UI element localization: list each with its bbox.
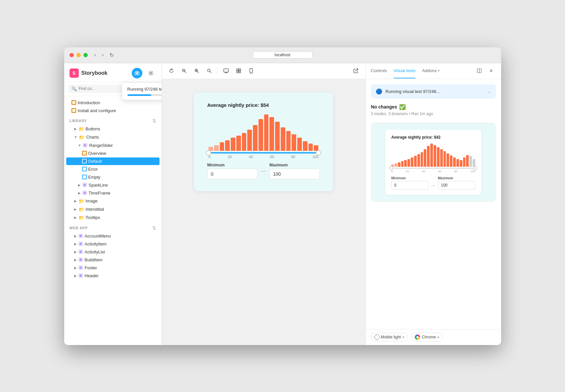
browser-label: Chrome xyxy=(422,335,436,339)
mini-bar-6 xyxy=(411,157,413,167)
storybook-logo-text: Storybook xyxy=(81,70,108,76)
sidebar-item-error[interactable]: Error xyxy=(66,165,160,173)
visual-tests-button[interactable] xyxy=(132,68,142,78)
sidebar-item-activityitem[interactable]: ▶ ⊞ ActivityItem xyxy=(66,240,160,248)
close-button[interactable] xyxy=(70,53,74,57)
mobile-view-button[interactable] xyxy=(246,65,257,76)
mini-maximum-group: Maximum xyxy=(438,176,475,190)
chevron-icon: ▶ xyxy=(74,207,77,211)
builditem-label: BuildItem xyxy=(85,257,103,262)
desktop-view-button[interactable] xyxy=(220,65,232,76)
titlebar: ‹ › ↻ localhost xyxy=(64,47,501,63)
zoom-in-button[interactable] xyxy=(191,65,202,76)
sidebar-item-charts[interactable]: ▼ 📁 Charts xyxy=(66,133,160,141)
main-content: S Storybook Running 97/248 tests... xyxy=(64,63,501,345)
no-changes-row: No changes ✅ xyxy=(371,104,496,110)
svg-rect-11 xyxy=(224,69,228,72)
sidebar-item-accountmenu[interactable]: ▶ ⊞ AccountMenu xyxy=(66,232,160,240)
tab-controls[interactable]: Controls xyxy=(371,64,387,78)
sort-icon[interactable]: ⇅ xyxy=(152,118,156,123)
sidebar-item-rangeslider[interactable]: ▼ ⊞ RangeSlider xyxy=(66,142,160,149)
zoom-in-icon xyxy=(194,68,199,73)
svg-point-0 xyxy=(136,72,138,74)
bar-4 xyxy=(231,138,235,151)
bar-10 xyxy=(264,114,269,151)
bar-14 xyxy=(286,131,291,151)
progress-bar xyxy=(127,94,162,96)
mode-label: Mobile light xyxy=(381,335,401,339)
sidebar-item-image[interactable]: ▶ 📁 Image xyxy=(66,197,160,205)
sidebar-item-install[interactable]: Install and configure xyxy=(66,107,160,114)
sidebar-item-empty[interactable]: Empty xyxy=(66,173,160,181)
panel-close-button[interactable]: ✕ xyxy=(487,66,496,75)
bar-18 xyxy=(308,144,313,151)
sidebar-item-default[interactable]: Default xyxy=(66,157,160,165)
browser-selector-button[interactable]: Chrome ▾ xyxy=(411,332,443,342)
svg-rect-15 xyxy=(239,69,241,70)
running-chevron: ⌄ xyxy=(487,89,491,94)
mini-handle-right[interactable] xyxy=(473,166,477,170)
sort-icon[interactable]: ⇅ xyxy=(152,226,156,231)
grid-button[interactable] xyxy=(233,65,244,76)
bars-container xyxy=(207,114,320,151)
external-link-button[interactable] xyxy=(350,65,361,76)
minimum-input[interactable] xyxy=(207,169,258,179)
sidebar-item-sparkline[interactable]: ▶ ⊞ SparkLine xyxy=(66,181,160,189)
maximize-button[interactable] xyxy=(83,53,88,57)
forward-button[interactable]: › xyxy=(101,51,105,59)
tooltips-label: Tooltips xyxy=(86,215,100,220)
range-handle-left[interactable] xyxy=(206,150,211,155)
sidebar-item-header[interactable]: ▶ ⊞ Header xyxy=(66,272,160,280)
mini-minimum-input[interactable] xyxy=(391,181,429,190)
sidebar-item-buttons[interactable]: ▶ 📁 Buttons xyxy=(66,125,160,133)
mini-bar-12 xyxy=(430,144,433,167)
mini-range-inputs: Minimum — Maximum xyxy=(391,176,475,190)
sidebar-item-footer[interactable]: ▶ ⊞ Footer xyxy=(66,264,160,272)
settings-icon xyxy=(148,70,154,76)
bar-8 xyxy=(253,125,258,151)
panel-layout-button[interactable] xyxy=(475,66,484,75)
chevron-icon: ▶ xyxy=(78,183,81,187)
webapp-section-label: WEB APP xyxy=(70,226,88,230)
tab-visual-tests[interactable]: Visual tests xyxy=(394,64,415,78)
back-button[interactable]: ‹ xyxy=(93,51,97,59)
url-bar[interactable]: localhost xyxy=(253,51,312,59)
sidebar-item-overview[interactable]: Overview xyxy=(66,150,160,157)
zoom-out-button[interactable] xyxy=(178,65,190,76)
mini-bar-18 xyxy=(450,155,452,167)
mini-dash: — xyxy=(431,183,435,188)
section-webapp: WEB APP ⇅ xyxy=(64,223,162,232)
sidebar-item-activitylist[interactable]: ▶ ⊞ ActivityList xyxy=(66,248,160,256)
mini-bar-15 xyxy=(440,149,443,167)
browser-chevron: ▾ xyxy=(438,335,439,339)
tab-addons[interactable]: Addons ▾ xyxy=(422,64,440,78)
default-label: Default xyxy=(88,159,102,164)
zoom-out-icon xyxy=(181,68,187,73)
zoom-reset-button[interactable] xyxy=(204,65,215,76)
reload-toolbar-button[interactable] xyxy=(166,65,177,76)
overview-label: Overview xyxy=(88,151,106,156)
mini-bar-13 xyxy=(434,145,436,167)
right-panel: Controls Visual tests Addons ▾ ✕ 🔵 Ru xyxy=(365,63,501,345)
mini-handle-left[interactable] xyxy=(389,166,393,170)
sidebar-item-timeframe[interactable]: ▶ ⊞ TimeFrame xyxy=(66,189,160,197)
mode-selector-button[interactable]: Mobile light ▾ xyxy=(371,333,408,341)
bar-16 xyxy=(297,138,302,151)
reload-button[interactable]: ↻ xyxy=(108,51,115,59)
range-track[interactable] xyxy=(209,152,318,153)
settings-button[interactable] xyxy=(146,68,156,78)
mini-maximum-input[interactable] xyxy=(438,181,475,190)
visual-tests-icon xyxy=(134,70,140,76)
chevron-icon: ▶ xyxy=(74,250,77,254)
sidebar-item-builditem[interactable]: ▶ ⊞ BuildItem xyxy=(66,256,160,264)
sidebar-item-interstitial[interactable]: ▶ 📁 Interstitial xyxy=(66,205,160,213)
range-handle-right[interactable] xyxy=(316,150,321,155)
running-banner[interactable]: 🔵 Running visual test 97/248... ⌄ xyxy=(371,84,496,99)
mini-range-track[interactable] xyxy=(391,168,475,169)
sidebar-item-tooltips[interactable]: ▶ 📁 Tooltips xyxy=(66,214,160,222)
image-label: Image xyxy=(86,198,98,203)
maximum-input[interactable] xyxy=(269,169,320,179)
folder-icon: 📁 xyxy=(78,215,84,220)
minimize-button[interactable] xyxy=(76,53,81,57)
chrome-logo-inner xyxy=(416,336,419,338)
